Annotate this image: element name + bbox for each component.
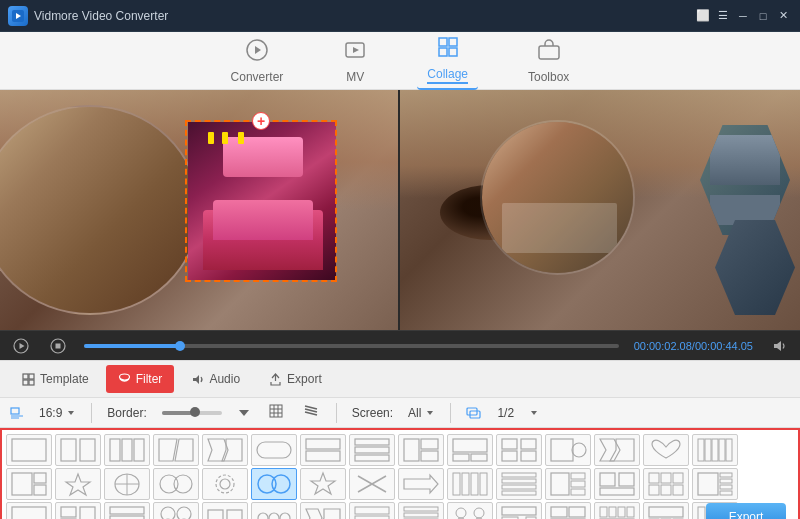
- svg-rect-101: [571, 489, 585, 495]
- svg-rect-17: [29, 374, 34, 379]
- template-cell-2-1[interactable]: [6, 468, 52, 500]
- template-cell-3-14[interactable]: [643, 502, 689, 519]
- tab-filter[interactable]: Filter: [106, 365, 175, 393]
- template-cell-3-2[interactable]: [55, 502, 101, 519]
- tab-audio-label: Audio: [209, 372, 240, 386]
- ratio-selector[interactable]: 16:9: [39, 406, 76, 420]
- template-cell-1-9[interactable]: [398, 434, 444, 466]
- template-cell-2-3[interactable]: [104, 468, 150, 500]
- template-cell-2-6[interactable]: [251, 468, 297, 500]
- ratio-icon: [10, 407, 24, 419]
- nav-toolbox[interactable]: Toolbox: [518, 34, 579, 88]
- template-cell-1-1[interactable]: [6, 434, 52, 466]
- right-preview[interactable]: [400, 90, 800, 330]
- template-cell-1-8[interactable]: [349, 434, 395, 466]
- template-cell-3-4[interactable]: [153, 502, 199, 519]
- template-cell-2-12[interactable]: [545, 468, 591, 500]
- svg-rect-43: [122, 439, 132, 461]
- win-menu-btn[interactable]: ☰: [714, 7, 732, 25]
- template-cell-3-6[interactable]: [251, 502, 297, 519]
- svg-rect-130: [227, 510, 242, 519]
- svg-point-131: [258, 513, 268, 519]
- template-cell-1-5[interactable]: [202, 434, 248, 466]
- svg-rect-156: [609, 507, 616, 517]
- nav-converter[interactable]: Converter: [221, 34, 294, 88]
- svg-marker-77: [66, 474, 90, 495]
- template-cell-2-4[interactable]: [153, 468, 199, 500]
- export-button[interactable]: Export: [706, 503, 786, 519]
- svg-point-66: [572, 443, 586, 457]
- svg-rect-74: [12, 473, 32, 495]
- template-cell-1-2[interactable]: [55, 434, 101, 466]
- nav-collage[interactable]: Collage: [417, 31, 478, 90]
- svg-rect-96: [502, 485, 536, 489]
- ratio-dropdown-icon[interactable]: [66, 409, 76, 417]
- template-cell-1-10[interactable]: [447, 434, 493, 466]
- svg-marker-45: [159, 439, 177, 461]
- template-cell-3-12[interactable]: [545, 502, 591, 519]
- template-cell-2-8[interactable]: [349, 468, 395, 500]
- template-cell-2-5[interactable]: [202, 468, 248, 500]
- template-cell-1-3[interactable]: [104, 434, 150, 466]
- svg-rect-106: [661, 473, 671, 483]
- svg-point-126: [177, 507, 191, 519]
- template-cell-3-8[interactable]: [349, 502, 395, 519]
- template-cell-3-11[interactable]: [496, 502, 542, 519]
- svg-rect-7: [449, 38, 457, 46]
- screen-selector[interactable]: All: [408, 406, 435, 420]
- progress-bar[interactable]: [84, 344, 619, 348]
- win-minimize-btn[interactable]: ─: [734, 7, 752, 25]
- tab-audio[interactable]: Audio: [179, 365, 252, 393]
- grid-btn[interactable]: [266, 404, 286, 421]
- template-cell-1-7[interactable]: [300, 434, 346, 466]
- stripe-btn[interactable]: [301, 404, 321, 421]
- template-cell-3-13[interactable]: [594, 502, 640, 519]
- template-cell-2-15[interactable]: [692, 468, 738, 500]
- template-cell-2-10[interactable]: [447, 468, 493, 500]
- win-message-btn[interactable]: ⬜: [694, 7, 712, 25]
- svg-rect-102: [600, 473, 615, 486]
- template-cell-3-3[interactable]: [104, 502, 150, 519]
- screen-dropdown-icon[interactable]: [425, 409, 435, 417]
- template-cell-1-12[interactable]: [545, 434, 591, 466]
- border-dropdown-icon[interactable]: [237, 406, 251, 420]
- svg-rect-55: [404, 439, 419, 461]
- template-cell-2-7[interactable]: [300, 468, 346, 500]
- left-preview[interactable]: +: [0, 90, 400, 330]
- screen-value: All: [408, 406, 421, 420]
- svg-marker-15: [774, 341, 781, 351]
- page-dropdown-icon[interactable]: [529, 409, 539, 417]
- tab-template[interactable]: Template: [10, 365, 101, 393]
- svg-rect-76: [34, 485, 46, 495]
- win-maximize-btn[interactable]: □: [754, 7, 772, 25]
- template-cell-1-15[interactable]: [692, 434, 738, 466]
- template-cell-1-14[interactable]: [643, 434, 689, 466]
- tab-export[interactable]: Export: [257, 365, 334, 393]
- template-cell-3-1[interactable]: [6, 502, 52, 519]
- tab-filter-label: Filter: [136, 372, 163, 386]
- template-cell-3-5[interactable]: [202, 502, 248, 519]
- win-close-btn[interactable]: ✕: [774, 7, 792, 25]
- svg-rect-31: [270, 405, 282, 417]
- template-cell-1-11[interactable]: [496, 434, 542, 466]
- template-cell-1-4[interactable]: [153, 434, 199, 466]
- volume-button[interactable]: [768, 335, 790, 357]
- template-cell-1-13[interactable]: [594, 434, 640, 466]
- stop-button[interactable]: [47, 335, 69, 357]
- svg-marker-46: [175, 439, 193, 461]
- template-cell-2-2[interactable]: [55, 468, 101, 500]
- template-cell-2-9[interactable]: [398, 468, 444, 500]
- template-cell-3-10[interactable]: [447, 502, 493, 519]
- template-cell-1-6[interactable]: [251, 434, 297, 466]
- svg-marker-3: [255, 46, 261, 54]
- border-slider[interactable]: [162, 411, 222, 415]
- nav-mv[interactable]: MV: [333, 34, 377, 88]
- template-cell-3-9[interactable]: [398, 502, 444, 519]
- template-cell-2-13[interactable]: [594, 468, 640, 500]
- svg-rect-104: [600, 488, 634, 495]
- play-button[interactable]: [10, 335, 32, 357]
- template-cell-2-14[interactable]: [643, 468, 689, 500]
- svg-rect-114: [720, 485, 732, 489]
- template-cell-2-11[interactable]: [496, 468, 542, 500]
- template-cell-3-7[interactable]: [300, 502, 346, 519]
